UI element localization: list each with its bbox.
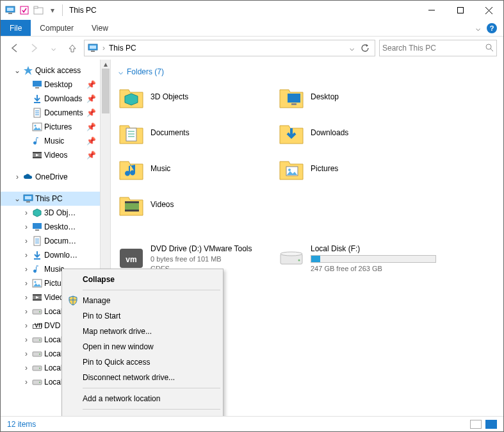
- svg-rect-27: [33, 157, 42, 158]
- sidebar-item-videos[interactable]: Videos📌: [1, 148, 100, 162]
- sidebar-onedrive[interactable]: › OneDrive: [1, 170, 100, 184]
- sidebar-this-pc[interactable]: ⌄ This PC: [1, 192, 100, 206]
- pin-icon: 📌: [86, 108, 96, 117]
- breadcrumb[interactable]: This PC: [109, 44, 136, 53]
- svg-rect-61: [291, 103, 297, 105]
- scrollbar-up-icon[interactable]: ▴: [101, 60, 111, 69]
- folder-downloads[interactable]: Downloads: [279, 119, 439, 147]
- context-menu-open-in-new-window[interactable]: Open in new window: [63, 339, 222, 354]
- qat-customize-chevron-icon[interactable]: ▾: [47, 4, 58, 16]
- ribbon-chevron-icon[interactable]: ⌵: [476, 24, 480, 33]
- documents-icon: [31, 107, 43, 119]
- window-title: This PC: [67, 6, 417, 15]
- sidebar-item-pc-0[interactable]: ›3D Obj…: [1, 206, 100, 220]
- pin-icon: 📌: [86, 151, 96, 160]
- new-folder-icon[interactable]: [33, 4, 44, 16]
- context-menu-pin-to-start[interactable]: Pin to Start: [63, 308, 222, 324]
- sidebar-item-pc-1[interactable]: ›Deskto…: [1, 220, 100, 234]
- sidebar-item-label: 3D Obj…: [44, 208, 76, 217]
- svg-rect-44: [33, 299, 42, 301]
- svg-rect-69: [125, 201, 139, 203]
- context-menu-label: Pin to Start: [83, 312, 120, 320]
- chevron-right-icon[interactable]: ›: [22, 209, 30, 217]
- sidebar-item-downloads[interactable]: Downloads📌: [1, 92, 100, 106]
- context-menu-label: Add a network location: [83, 394, 160, 403]
- documents-icon: [31, 235, 43, 247]
- recent-locations-chevron-icon[interactable]: ⌵: [45, 40, 61, 56]
- context-menu-manage[interactable]: Manage: [63, 293, 222, 308]
- context-menu-separator: [83, 290, 220, 290]
- sidebar-item-documents[interactable]: Documents📌: [1, 106, 100, 120]
- tab-computer[interactable]: Computer: [31, 20, 83, 36]
- sidebar-item-pictures[interactable]: Pictures📌: [1, 120, 100, 134]
- svg-line-8: [485, 7, 492, 14]
- folder-label: Videos: [150, 200, 174, 209]
- sidebar-item-pc-2[interactable]: ›Docum…: [1, 234, 100, 248]
- folder-pictures[interactable]: Pictures: [279, 154, 439, 183]
- view-tiles-button[interactable]: [485, 420, 497, 429]
- svg-point-13: [486, 44, 491, 49]
- sidebar-item-pc-3[interactable]: ›Downlo…: [1, 248, 100, 262]
- chevron-right-icon[interactable]: ›: [22, 336, 30, 344]
- pin-icon: 📌: [86, 137, 96, 145]
- sidebar-item-music[interactable]: Music📌: [1, 134, 100, 148]
- sidebar-item-desktop[interactable]: Desktop📌: [1, 78, 100, 92]
- maximize-button[interactable]: [446, 1, 475, 20]
- body: ⌄ Quick access Desktop📌Downloads📌Documen…: [1, 60, 503, 416]
- chevron-right-icon[interactable]: ›: [22, 378, 30, 386]
- close-button[interactable]: [475, 1, 503, 20]
- chevron-right-icon[interactable]: ›: [22, 322, 30, 329]
- pictures-icon: [31, 121, 43, 133]
- chevron-right-icon[interactable]: ›: [22, 237, 30, 245]
- context-menu-delete[interactable]: Delete: [63, 412, 222, 416]
- address-dropdown-chevron-icon[interactable]: ⌵: [350, 44, 354, 53]
- svg-rect-30: [25, 196, 31, 199]
- scrollbar-thumb[interactable]: [102, 69, 110, 113]
- tab-file[interactable]: File: [1, 20, 31, 36]
- chevron-right-icon[interactable]: ›: [22, 294, 30, 301]
- 3d-icon: [31, 207, 43, 219]
- context-menu-disconnect-network-drive-[interactable]: Disconnect network drive...: [63, 370, 222, 385]
- chevron-right-icon[interactable]: ›: [22, 364, 30, 372]
- address-bar[interactable]: › This PC ⌵: [84, 40, 375, 56]
- drive-free: 0 bytes free of 101 MB: [150, 255, 276, 263]
- chevron-down-icon[interactable]: ⌵: [118, 67, 123, 76]
- folder-3d-objects[interactable]: 3D Objects: [118, 83, 279, 111]
- view-buttons: [470, 420, 497, 429]
- context-menu-collapse[interactable]: Collapse: [63, 272, 222, 287]
- context-menu-pin-to-quick-access[interactable]: Pin to Quick access: [63, 354, 222, 370]
- sidebar-item-label: Documents: [44, 108, 83, 117]
- chevron-right-icon[interactable]: ›: [22, 251, 30, 259]
- forward-button[interactable]: [26, 40, 42, 56]
- folder-documents[interactable]: Documents: [118, 119, 279, 147]
- back-button[interactable]: [7, 40, 22, 56]
- chevron-right-icon[interactable]: ›: [22, 223, 30, 231]
- folder-desktop[interactable]: Desktop: [279, 83, 439, 111]
- view-details-button[interactable]: [470, 420, 482, 429]
- svg-point-75: [298, 260, 300, 262]
- context-menu-label: Map network drive...: [83, 327, 152, 336]
- tab-view[interactable]: View: [83, 20, 117, 36]
- folders-group-header[interactable]: ⌵ Folders (7): [118, 67, 496, 76]
- properties-icon[interactable]: [19, 4, 30, 16]
- chevron-right-icon[interactable]: ›: [13, 173, 21, 181]
- up-button[interactable]: [65, 40, 80, 56]
- chevron-right-icon[interactable]: ›: [22, 350, 30, 358]
- sidebar-item-label: Downloads: [44, 94, 82, 103]
- sidebar-quick-access[interactable]: ⌄ Quick access: [1, 63, 100, 78]
- context-menu-add-a-network-location[interactable]: Add a network location: [63, 391, 222, 406]
- chevron-right-icon[interactable]: ›: [22, 265, 30, 273]
- chevron-right-icon[interactable]: ›: [22, 308, 30, 315]
- chevron-down-icon[interactable]: ⌄: [13, 67, 21, 74]
- folder-videos[interactable]: Videos: [118, 190, 279, 219]
- folder-music[interactable]: Music: [118, 154, 279, 183]
- svg-rect-43: [33, 294, 42, 295]
- search-input[interactable]: Search This PC: [379, 40, 497, 56]
- drive-item[interactable]: Local Disk (F:)247 GB free of 263 GB: [279, 244, 439, 272]
- help-button[interactable]: ?: [487, 23, 497, 33]
- chevron-down-icon[interactable]: ⌄: [13, 195, 21, 203]
- refresh-button[interactable]: [358, 41, 372, 55]
- minimize-button[interactable]: [417, 1, 446, 20]
- chevron-right-icon[interactable]: ›: [22, 279, 30, 287]
- context-menu-map-network-drive-[interactable]: Map network drive...: [63, 324, 222, 339]
